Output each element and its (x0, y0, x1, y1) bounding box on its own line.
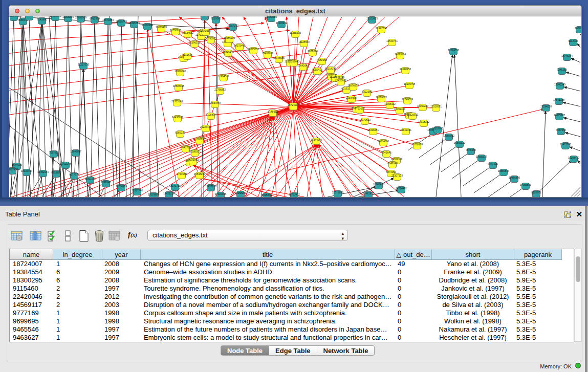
svg-text:10685216: 10685216 (224, 36, 235, 39)
svg-text:16881122: 16881122 (454, 141, 465, 144)
svg-text:22394887: 22394887 (346, 96, 357, 99)
svg-text:9143890: 9143890 (37, 18, 47, 21)
svg-text:14034686: 14034686 (378, 140, 389, 143)
svg-text:15848230: 15848230 (194, 172, 205, 176)
svg-text:11217026: 11217026 (78, 63, 89, 66)
svg-text:13811165: 13811165 (84, 177, 96, 180)
svg-text:10793975: 10793975 (205, 37, 216, 40)
svg-text:20180586: 20180586 (266, 16, 277, 18)
svg-text:6999828: 6999828 (24, 16, 34, 17)
svg-text:17541238: 17541238 (553, 98, 564, 101)
svg-text:22956909: 22956909 (75, 16, 86, 19)
svg-text:10188470: 10188470 (568, 156, 579, 159)
svg-text:21415740: 21415740 (560, 143, 571, 146)
svg-text:14214491: 14214491 (396, 187, 407, 190)
svg-text:7077105: 7077105 (488, 162, 498, 165)
svg-text:10219822: 10219822 (376, 96, 387, 99)
svg-text:20076749: 20076749 (116, 20, 127, 23)
svg-text:16318461: 16318461 (367, 128, 379, 132)
svg-text:19401657: 19401657 (262, 52, 273, 55)
svg-text:11357277: 11357277 (227, 24, 238, 27)
svg-text:13369062: 13369062 (443, 134, 454, 137)
svg-text:9429607: 9429607 (575, 27, 581, 30)
svg-text:21705148: 21705148 (171, 100, 183, 103)
svg-text:12671884: 12671884 (102, 18, 114, 21)
svg-text:15334531: 15334531 (199, 16, 210, 17)
svg-text:13685577: 13685577 (476, 155, 487, 158)
svg-text:14983893: 14983893 (520, 183, 531, 186)
svg-text:20157347: 20157347 (9, 16, 19, 17)
svg-text:17414394: 17414394 (187, 159, 199, 162)
svg-text:11742460: 11742460 (373, 183, 384, 186)
svg-text:18179613: 18179613 (359, 118, 371, 121)
svg-text:14837869: 14837869 (209, 101, 221, 104)
svg-text:22559643: 22559643 (288, 60, 299, 63)
svg-text:14318332: 14318332 (418, 120, 429, 123)
svg-text:14275445: 14275445 (234, 44, 245, 47)
svg-text:13106768: 13106768 (404, 82, 415, 85)
svg-text:9679214: 9679214 (308, 50, 318, 53)
svg-text:7580963: 7580963 (317, 58, 327, 61)
svg-text:9743069: 9743069 (177, 172, 187, 176)
svg-text:7943646: 7943646 (381, 151, 391, 154)
svg-text:18421212: 18421212 (163, 192, 175, 195)
svg-text:16459463: 16459463 (394, 107, 405, 111)
svg-text:22307133: 22307133 (391, 174, 403, 177)
svg-text:18045349: 18045349 (554, 83, 565, 86)
svg-text:18748244: 18748244 (561, 54, 573, 57)
svg-text:9245263: 9245263 (557, 68, 567, 71)
svg-text:20588301: 20588301 (189, 150, 201, 153)
svg-text:8874052: 8874052 (386, 170, 396, 173)
svg-text:13336273: 13336273 (50, 16, 61, 17)
svg-text:11420686: 11420686 (335, 79, 346, 82)
svg-text:17294238: 17294238 (540, 105, 552, 108)
svg-text:13396759: 13396759 (128, 21, 140, 25)
svg-text:15327246: 15327246 (132, 189, 143, 192)
svg-text:14958289: 14958289 (235, 191, 246, 194)
svg-text:8131636: 8131636 (182, 53, 192, 56)
svg-text:18546466: 18546466 (333, 75, 344, 78)
svg-text:13806804: 13806804 (62, 16, 74, 18)
svg-text:13224730: 13224730 (448, 49, 459, 52)
svg-text:14816145: 14816145 (223, 50, 234, 53)
svg-text:10308102: 10308102 (384, 102, 396, 105)
svg-text:11994562: 11994562 (218, 75, 229, 78)
svg-text:9843718: 9843718 (181, 146, 191, 149)
svg-text:12749509: 12749509 (402, 98, 413, 101)
svg-text:18241736: 18241736 (169, 184, 181, 187)
svg-text:16558837: 16558837 (170, 29, 181, 32)
svg-text:15323815: 15323815 (366, 17, 378, 20)
svg-text:18732411: 18732411 (289, 193, 300, 196)
svg-text:9570554: 9570554 (201, 29, 211, 32)
svg-text:8148352: 8148352 (268, 110, 278, 113)
svg-text:19460856: 19460856 (509, 176, 520, 179)
svg-text:17344269: 17344269 (311, 138, 322, 141)
svg-text:17416912: 17416912 (276, 21, 287, 25)
svg-text:15057945: 15057945 (432, 127, 443, 130)
svg-text:18146585: 18146585 (273, 56, 285, 59)
svg-text:21396513: 21396513 (189, 41, 200, 44)
svg-text:13079409: 13079409 (156, 26, 167, 29)
svg-text:8642648: 8642648 (387, 162, 398, 165)
svg-text:20375853: 20375853 (248, 48, 259, 51)
svg-text:8395870: 8395870 (262, 193, 272, 196)
svg-text:12452134: 12452134 (37, 170, 49, 173)
svg-text:13539591: 13539591 (430, 105, 442, 108)
svg-text:14875847: 14875847 (554, 114, 565, 117)
svg-text:17920906: 17920906 (215, 192, 226, 195)
svg-text:9112034: 9112034 (568, 39, 578, 42)
svg-text:6218062: 6218062 (211, 17, 221, 20)
svg-text:20198153: 20198153 (400, 68, 411, 71)
svg-text:18805018: 18805018 (173, 84, 184, 87)
svg-text:8333883: 8333883 (51, 171, 61, 174)
svg-text:22796882: 22796882 (214, 88, 226, 91)
svg-text:6890399: 6890399 (90, 17, 100, 20)
svg-text:7457954: 7457954 (556, 128, 566, 132)
svg-text:14436057: 14436057 (172, 116, 183, 119)
svg-text:15710248: 15710248 (60, 162, 71, 165)
svg-text:16014145: 16014145 (325, 67, 336, 70)
svg-text:18754919: 18754919 (116, 185, 127, 188)
svg-text:11368105: 11368105 (290, 31, 301, 34)
svg-text:21072954: 21072954 (142, 24, 153, 27)
svg-text:14893824: 14893824 (395, 53, 406, 56)
